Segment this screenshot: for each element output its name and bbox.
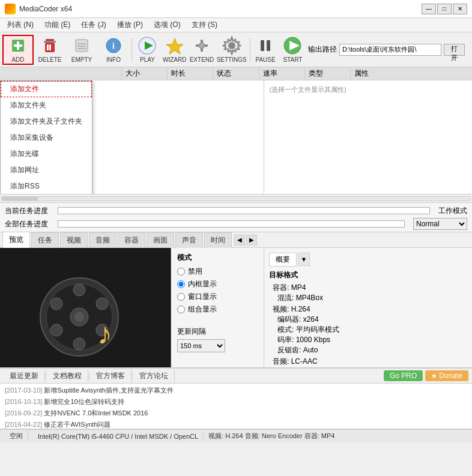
menu-options[interactable]: 选项 (O) [149, 19, 186, 31]
mode-combined[interactable]: 组合显示 [177, 304, 258, 315]
info-button[interactable]: i INFO [98, 35, 129, 65]
menu-item-add-disc[interactable]: 添加光碟 [1, 146, 92, 162]
tab-audio[interactable]: 音频 [89, 232, 116, 248]
col-type: 类型 [305, 67, 351, 80]
start-button[interactable]: START [280, 35, 306, 65]
play-label: PLAY [140, 56, 155, 63]
tab-task[interactable]: 任务 [31, 232, 59, 248]
mode-inframe-radio[interactable] [177, 280, 185, 288]
overview-nav[interactable]: ▼ [298, 253, 310, 266]
tab-video[interactable]: 视频 [60, 232, 88, 248]
scrollbar[interactable] [1, 196, 471, 201]
tab-sound[interactable]: 声音 [175, 232, 203, 248]
maximize-button[interactable]: □ [437, 4, 452, 14]
tab-picture[interactable]: 画面 [147, 232, 174, 248]
overview-tabs: 概要 ▼ [269, 253, 467, 267]
delete-button[interactable]: DELETE [34, 35, 65, 65]
mode-title: 模式 [177, 253, 258, 263]
empty-icon [72, 36, 91, 55]
donate-label: Donate [439, 372, 462, 380]
empty-button[interactable]: EMPTY [66, 35, 97, 65]
mux-value: MP4Box [296, 294, 323, 302]
svg-point-35 [50, 298, 62, 310]
svg-rect-3 [46, 39, 54, 41]
news-text-3: 支持NVENC 7.0和Intel MSDK 2016 [44, 409, 148, 417]
mode-window[interactable]: 窗口显示 [177, 292, 258, 302]
total-progress-bar [58, 220, 405, 227]
audio-encoder-row: 编码器: Nero Encoder [277, 367, 467, 367]
interval-select[interactable]: 150 ms 300 ms 500 ms [177, 339, 225, 352]
output-path-input[interactable] [339, 44, 441, 56]
video-antialias-row: 反锯齿: Auto [277, 345, 467, 355]
current-progress-bar [58, 207, 430, 214]
wizard-label: WIZARD [163, 56, 186, 63]
add-icon [8, 36, 28, 55]
tab-time[interactable]: 时间 [204, 232, 232, 248]
menu-item-add-url[interactable]: 添加网址 [1, 162, 92, 178]
delete-label: DELETE [38, 56, 62, 63]
mode-disabled-radio[interactable] [177, 268, 185, 276]
mode-combined-radio[interactable] [177, 306, 185, 313]
status-codec: 视频: H.264 音频: Nero Encoder 容器: MP4 [208, 432, 334, 441]
menu-list[interactable]: 列表 (N) [2, 19, 38, 31]
settings-button[interactable]: SETTINGS [216, 35, 247, 65]
menu-item-add-folder-sub[interactable]: 添加文件夹及子文件夹 [1, 113, 92, 130]
menu-item-add-folder[interactable]: 添加文件夹 [1, 97, 92, 113]
app-title: MediaCoder x64 [19, 5, 72, 13]
news-item-2[interactable]: [2016-10-13] 新增完全10位色深转码支持 [5, 396, 467, 408]
menu-support[interactable]: 支持 (S) [187, 19, 222, 31]
gopro-button[interactable]: Go PRO [384, 370, 423, 381]
work-mode-select[interactable]: Normal Background Batch [413, 218, 467, 230]
news-item-3[interactable]: [2016-09-22] 支持NVENC 7.0和Intel MSDK 2016 [5, 408, 467, 419]
extend-button[interactable]: EXTEND [189, 35, 214, 65]
wizard-button[interactable]: WIZARD [162, 35, 187, 65]
output-label: 输出路径 [308, 44, 337, 55]
audio-label: 音频 [273, 357, 287, 366]
col-props: 属性 [351, 67, 472, 80]
video-antialias-label: 反锯齿 [277, 346, 299, 354]
target-format: 目标格式 容器: MP4 混流: MP4Box 视频: H.264 编码器: x… [269, 270, 467, 367]
video-mode-value: 平均码率模式 [296, 325, 339, 334]
menu-item-add-capture[interactable]: 添加采集设备 [1, 130, 92, 146]
link-latest[interactable]: 最近更新 [4, 370, 45, 382]
close-button[interactable]: ✕ [453, 4, 467, 14]
link-docs[interactable]: 文档教程 [47, 370, 88, 382]
svg-point-20 [199, 43, 205, 49]
empty-label: EMPTY [71, 56, 92, 63]
overview-panel: 概要 ▼ 目标格式 容器: MP4 混流: MP4Box 视频: H.264 编… [264, 248, 472, 367]
tab-container[interactable]: 容器 [118, 232, 145, 248]
tab-preview[interactable]: 预览 [2, 232, 30, 248]
main-content: ♪ 模式 禁用 内框显示 窗口显示 组合显示 更新间隔 [0, 248, 472, 368]
play-button[interactable]: PLAY [135, 35, 160, 65]
menu-func[interactable]: 功能 (E) [40, 19, 75, 31]
add-button[interactable]: ADD [2, 35, 34, 65]
mode-window-radio[interactable] [177, 293, 185, 301]
browse-button[interactable]: 打开 [444, 44, 465, 56]
menu-item-add-file[interactable]: 添加文件 [1, 81, 92, 97]
container-label: 容器 [273, 283, 287, 292]
minimize-button[interactable]: — [422, 4, 436, 14]
status-idle: 空闲 [5, 432, 28, 441]
pause-button[interactable]: PAUSE [252, 35, 278, 65]
mode-disabled[interactable]: 禁用 [177, 267, 258, 277]
news-date-4: [2016-04-22] [5, 421, 42, 428]
mode-inframe[interactable]: 内框显示 [177, 279, 258, 289]
tab-overview[interactable]: 概要 [269, 253, 297, 267]
interval-row: 更新间隔 [177, 327, 258, 337]
delete-icon [40, 36, 59, 55]
svg-rect-7 [49, 44, 51, 50]
news-item-1[interactable]: [2017-03-10] 新增Suptitle Avisynth插件,支持蓝光字… [5, 385, 467, 396]
link-forum[interactable]: 官方论坛 [133, 370, 175, 382]
tab-nav-prev[interactable]: ◀ [234, 235, 245, 246]
donate-button[interactable]: ★ Donate [425, 370, 468, 381]
preview-panel: ♪ [0, 248, 171, 367]
news-item-4[interactable]: [2016-04-22] 修正若干AVISynth问题 [5, 419, 467, 429]
title-bar-left: MediaCoder x64 [5, 4, 72, 14]
menu-play[interactable]: 播放 (P) [112, 19, 148, 31]
menu-task[interactable]: 任务 (J) [76, 19, 110, 31]
tab-nav-next[interactable]: ▶ [246, 235, 257, 246]
mode-panel: 模式 禁用 内框显示 窗口显示 组合显示 更新间隔 150 [171, 248, 264, 367]
menu-item-add-rss[interactable]: 添加RSS [1, 178, 92, 194]
link-blog[interactable]: 官方博客 [90, 370, 132, 382]
tabs-row: 预览 任务 视频 音频 容器 画面 声音 时间 ◀ ▶ [0, 232, 472, 248]
